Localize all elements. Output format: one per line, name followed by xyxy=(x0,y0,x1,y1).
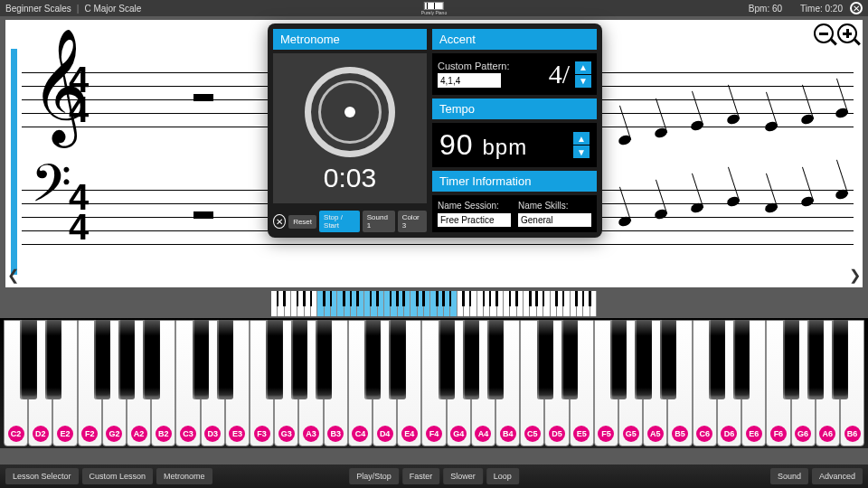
black-key[interactable] xyxy=(635,320,651,399)
advanced-button[interactable]: Advanced xyxy=(812,468,863,484)
key-label: C6 xyxy=(696,426,712,442)
next-page-button[interactable]: ❯ xyxy=(849,267,861,284)
key-label: E6 xyxy=(746,426,762,442)
prev-page-button[interactable]: ❮ xyxy=(7,267,19,284)
accent-down-button[interactable]: ▼ xyxy=(575,75,591,88)
accent-up-button[interactable]: ▲ xyxy=(575,61,591,74)
black-key[interactable] xyxy=(389,320,405,399)
sound-select-button[interactable]: Sound 1 xyxy=(363,211,395,232)
bpm-label: Bpm: xyxy=(749,4,769,14)
loop-button[interactable]: Loop xyxy=(486,468,519,484)
mini-keyboard[interactable] xyxy=(271,291,597,316)
black-key[interactable] xyxy=(291,320,307,399)
black-key[interactable] xyxy=(364,320,381,399)
black-key[interactable] xyxy=(487,320,504,399)
stop-start-button[interactable]: Stop / Start xyxy=(319,211,360,232)
tempo-down-button[interactable]: ▼ xyxy=(573,145,590,158)
key-label: B4 xyxy=(500,426,516,442)
separator: | xyxy=(77,4,80,14)
key-label: D5 xyxy=(549,426,565,442)
pattern-input[interactable] xyxy=(438,73,501,88)
skills-input[interactable] xyxy=(518,213,591,227)
black-key[interactable] xyxy=(266,320,282,399)
black-key[interactable] xyxy=(832,320,848,399)
key-label: G2 xyxy=(106,426,122,442)
black-key[interactable] xyxy=(733,320,750,399)
metronome-dial[interactable] xyxy=(305,67,395,157)
faster-button[interactable]: Faster xyxy=(402,468,440,484)
black-key[interactable] xyxy=(439,320,455,399)
key-label: E5 xyxy=(573,426,590,442)
black-key[interactable] xyxy=(610,320,627,399)
black-key[interactable] xyxy=(463,320,479,399)
session-input[interactable] xyxy=(438,213,511,227)
skills-label: Name Skills: xyxy=(518,201,591,211)
reset-button[interactable]: Reset xyxy=(288,215,316,229)
key-label: G5 xyxy=(623,426,639,442)
time-signature-treble: 44 xyxy=(69,65,89,125)
tempo-unit: bpm xyxy=(482,135,527,159)
brand-logo: Purely Piano xyxy=(421,2,447,15)
custom-lesson-button[interactable]: Custom Lesson xyxy=(82,468,154,484)
bass-clef-icon: 𝄢 xyxy=(31,159,71,222)
key-label: C5 xyxy=(524,426,541,442)
key-label: B5 xyxy=(672,426,688,442)
black-key[interactable] xyxy=(783,320,799,399)
black-key[interactable] xyxy=(709,320,725,399)
black-key[interactable] xyxy=(20,320,36,399)
key-label: F6 xyxy=(770,426,787,442)
black-key[interactable] xyxy=(118,320,135,399)
zoom-in-icon[interactable] xyxy=(837,23,857,43)
session-label: Name Session: xyxy=(438,201,511,211)
black-key[interactable] xyxy=(94,320,110,399)
color-select-button[interactable]: Color 3 xyxy=(398,211,427,232)
piano-keyboard: C2D2E2F2G2A2B2C3D3E3F3G3A3B3C4D4E4F4G4A4… xyxy=(0,318,868,448)
time-signature-bass: 44 xyxy=(69,183,89,242)
black-key[interactable] xyxy=(217,320,233,399)
key-label: F2 xyxy=(81,426,98,442)
metronome-button[interactable]: Metronome xyxy=(156,468,212,484)
time-label: Time: xyxy=(800,4,823,14)
key-label: E4 xyxy=(401,426,418,442)
tempo-up-button[interactable]: ▲ xyxy=(573,132,590,145)
playhead[interactable] xyxy=(11,49,17,275)
timer-info-header: Timer Information xyxy=(432,171,597,192)
key-label: E3 xyxy=(229,426,245,442)
lesson-group: Beginner Scales xyxy=(5,4,71,14)
key-label: C2 xyxy=(8,426,24,442)
panel-close-button[interactable]: ✕ xyxy=(273,214,286,229)
key-label: B6 xyxy=(844,426,861,442)
black-key[interactable] xyxy=(537,320,553,399)
black-key[interactable] xyxy=(45,320,61,399)
key-label: A3 xyxy=(303,426,319,442)
black-key[interactable] xyxy=(193,320,209,399)
key-label: A6 xyxy=(819,426,835,442)
play-stop-button[interactable]: Play/Stop xyxy=(349,468,399,484)
key-label: D4 xyxy=(377,426,393,442)
black-key[interactable] xyxy=(660,320,676,399)
key-label: A4 xyxy=(475,426,491,442)
metronome-body: 0:03 xyxy=(273,53,427,203)
time-value: 0:20 xyxy=(826,4,843,14)
black-key[interactable] xyxy=(143,320,159,399)
black-key[interactable] xyxy=(561,320,578,399)
key-label: F3 xyxy=(254,426,270,442)
metronome-timer: 0:03 xyxy=(324,163,376,193)
black-key[interactable] xyxy=(316,320,332,399)
key-label: F4 xyxy=(426,426,442,442)
key-label: G3 xyxy=(278,426,295,442)
lesson-selector-button[interactable]: Lesson Selector xyxy=(5,468,79,484)
zoom-out-icon[interactable] xyxy=(814,23,834,43)
lesson-name: C Major Scale xyxy=(84,4,141,14)
key-label: D3 xyxy=(204,426,221,442)
key-label: A5 xyxy=(647,426,664,442)
key-label: F5 xyxy=(598,426,614,442)
tempo-value: 90 xyxy=(439,128,474,161)
close-button[interactable]: ✕ xyxy=(850,2,863,14)
key-label: E2 xyxy=(57,426,73,442)
black-key[interactable] xyxy=(807,320,824,399)
slower-button[interactable]: Slower xyxy=(443,468,483,484)
key-label: D2 xyxy=(33,426,49,442)
key-label: C4 xyxy=(352,426,368,442)
sound-button[interactable]: Sound xyxy=(770,468,808,484)
